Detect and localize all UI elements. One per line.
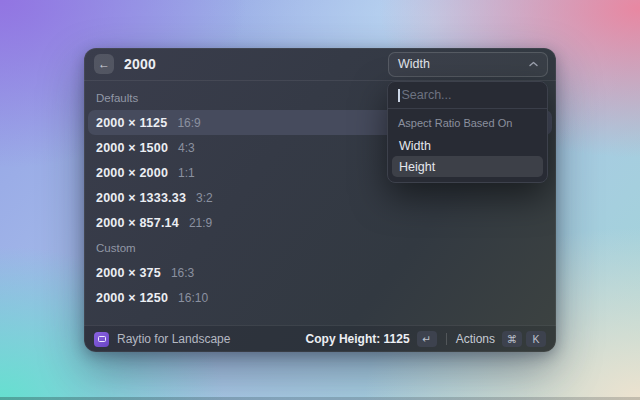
actions-key-badges: ⌘K bbox=[498, 331, 546, 347]
item-ratio: 16:3 bbox=[171, 266, 194, 280]
actions-button[interactable]: Actions bbox=[456, 332, 495, 346]
app-name: Raytio for Landscape bbox=[117, 332, 230, 346]
item-dimensions: 2000 × 857.14 bbox=[96, 216, 179, 230]
page-title: 2000 bbox=[124, 56, 156, 72]
desktop-background: ← 2000 Width Defaults2000 × 112516:92000… bbox=[0, 0, 640, 400]
key-badge: K bbox=[526, 331, 546, 347]
item-dimensions: 2000 × 1500 bbox=[96, 141, 168, 155]
list-item[interactable]: 2000 × 857.1421:9 bbox=[88, 210, 552, 235]
search-placeholder: Search... bbox=[402, 88, 452, 102]
list-item[interactable]: 2000 × 125016:10 bbox=[88, 285, 552, 310]
item-ratio: 16:9 bbox=[177, 116, 200, 130]
aspect-dropdown-menu: Search... Aspect Ratio Based On WidthHei… bbox=[387, 81, 548, 183]
item-dimensions: 2000 × 1333.33 bbox=[96, 191, 186, 205]
item-ratio: 21:9 bbox=[189, 216, 212, 230]
dropdown-option-width[interactable]: Width bbox=[392, 135, 543, 156]
item-dimensions: 2000 × 1250 bbox=[96, 291, 168, 305]
select-value: Width bbox=[398, 57, 430, 71]
dropdown-search-input[interactable]: Search... bbox=[388, 82, 547, 108]
aspect-based-on-select[interactable]: Width bbox=[388, 52, 548, 77]
dropdown-option-height[interactable]: Height bbox=[392, 156, 543, 177]
item-dimensions: 2000 × 2000 bbox=[96, 166, 168, 180]
text-cursor bbox=[398, 89, 400, 102]
footer-divider bbox=[446, 333, 447, 345]
footer-actions: Copy Height: 1125 ↵ Actions ⌘K bbox=[306, 331, 546, 347]
item-ratio: 16:10 bbox=[178, 291, 208, 305]
list-item[interactable]: 2000 × 1333.333:2 bbox=[88, 185, 552, 210]
raytio-window: ← 2000 Width Defaults2000 × 112516:92000… bbox=[84, 48, 556, 352]
primary-action-label[interactable]: Copy Height: 1125 bbox=[306, 332, 410, 346]
footer-bar: Raytio for Landscape Copy Height: 1125 ↵… bbox=[84, 325, 556, 352]
back-button[interactable]: ← bbox=[94, 54, 114, 74]
window-header: ← 2000 Width bbox=[84, 48, 556, 81]
raytio-app-icon bbox=[94, 332, 109, 347]
dropdown-section-label: Aspect Ratio Based On bbox=[388, 109, 547, 132]
app-identity: Raytio for Landscape bbox=[94, 332, 230, 347]
list-item[interactable]: 2000 × 37516:3 bbox=[88, 260, 552, 285]
section-header: Custom bbox=[88, 235, 552, 260]
item-ratio: 4:3 bbox=[178, 141, 195, 155]
chevron-up-icon bbox=[529, 61, 538, 67]
enter-key-badge: ↵ bbox=[417, 331, 437, 347]
key-badge: ⌘ bbox=[502, 331, 522, 347]
item-dimensions: 2000 × 1125 bbox=[96, 116, 167, 130]
item-dimensions: 2000 × 375 bbox=[96, 266, 161, 280]
dropdown-options: WidthHeight bbox=[388, 132, 547, 182]
item-ratio: 1:1 bbox=[178, 166, 195, 180]
item-ratio: 3:2 bbox=[196, 191, 213, 205]
